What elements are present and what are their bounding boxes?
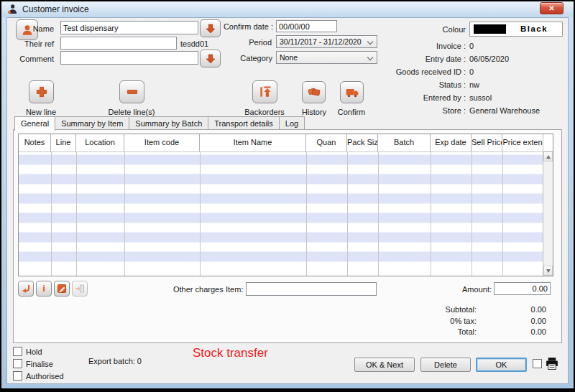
column-header-quan[interactable]: Quan [306, 134, 347, 151]
entered-by-label: Entered by : [351, 93, 466, 102]
authorised-label: Authorised [26, 372, 64, 381]
their-ref-label: Their ref [14, 39, 54, 48]
amount-label: Amount: [448, 285, 492, 294]
tab-summary-by-item[interactable]: Summary by Item [55, 116, 129, 130]
comment-label: Comment [14, 55, 54, 63]
new-line-button[interactable] [29, 80, 54, 103]
minus-icon [125, 85, 139, 99]
stock-transfer-label: Stock transfer [193, 346, 268, 360]
down-arrow-icon [205, 53, 216, 65]
confirm-date-input[interactable] [276, 20, 337, 32]
column-separator [378, 152, 379, 276]
history-label: History [300, 108, 328, 116]
backorders-label: Backorders [242, 108, 288, 116]
subtotal-value: 0.00 [503, 305, 546, 314]
amount-input[interactable] [494, 282, 551, 295]
category-label: Category [216, 54, 272, 62]
scroll-down-button[interactable] [543, 266, 553, 276]
hold-checkbox[interactable] [13, 347, 22, 356]
table-body-empty-rows[interactable] [19, 151, 543, 276]
authorised-checkbox[interactable] [13, 371, 22, 381]
period-label: Period [216, 38, 272, 47]
backorder-arrow-icon [258, 85, 272, 99]
total-value: 0.00 [503, 327, 546, 336]
new-line-label: New line [19, 108, 63, 116]
delete-lines-button[interactable] [119, 80, 144, 103]
store-value: General Warehouse [469, 106, 540, 115]
entry-date-label: Entry date : [351, 55, 466, 63]
export-batch-label: Export batch: 0 [88, 357, 142, 365]
goods-received-id-label: Goods received ID : [351, 67, 466, 76]
column-separator [502, 152, 503, 276]
column-separator [51, 152, 52, 276]
arrow-down-icon [546, 269, 551, 273]
delete-button[interactable]: Delete [420, 358, 471, 372]
tab-transport-details[interactable]: Transport details [208, 116, 280, 130]
edit-pen-icon [57, 284, 67, 294]
arrow-up-icon [546, 155, 551, 159]
title-bar[interactable]: Customer invoice [1, 1, 574, 17]
entry-date-value: 06/05/2020 [469, 55, 509, 63]
ok-button[interactable]: OK [476, 358, 527, 372]
column-header-exp-date[interactable]: Exp date [431, 134, 472, 151]
column-header-sell-price[interactable]: Sell Price [472, 134, 502, 151]
invoice-value: 0 [469, 42, 474, 50]
other-charges-label: Other charges [173, 285, 224, 294]
window-title: Customer invoice [22, 4, 89, 14]
print-button[interactable] [544, 356, 560, 371]
close-button[interactable]: ✕ [540, 2, 564, 14]
entered-by-value: sussol [469, 93, 492, 102]
column-header-line[interactable]: Line [51, 134, 76, 151]
column-separator [472, 152, 472, 276]
column-header-item-name[interactable]: Item Name [200, 134, 306, 151]
their-ref-input[interactable] [60, 37, 177, 50]
subtotal-label: Subtotal: [405, 305, 477, 314]
comment-input[interactable] [60, 51, 198, 65]
box-arrow-in-icon [75, 284, 85, 294]
finalise-checkbox[interactable] [13, 359, 22, 368]
column-header-batch[interactable]: Batch [378, 134, 431, 151]
backorders-button[interactable] [252, 80, 277, 103]
column-header-notes[interactable]: Notes [19, 134, 51, 151]
tab-summary-by-batch[interactable]: Summary by Batch [129, 116, 208, 130]
scroll-up-button[interactable] [543, 151, 553, 162]
column-header-pack-size[interactable]: Pack Size [347, 134, 378, 151]
ok-and-next-button[interactable]: OK & Next [354, 358, 415, 372]
close-icon: ✕ [548, 4, 554, 12]
edit-note-button[interactable] [54, 281, 70, 297]
their-ref-suffix: tesdd01 [180, 39, 208, 48]
colour-dropdown[interactable]: Black [469, 22, 563, 37]
category-value: None [280, 53, 298, 62]
truck-icon [345, 85, 359, 100]
confirm-button[interactable] [340, 81, 364, 103]
plus-icon [34, 85, 49, 99]
status-value: nw [469, 80, 479, 89]
info-icon: i [42, 283, 45, 294]
transfer-arrow-icon [21, 284, 31, 294]
column-separator [306, 152, 307, 276]
charge-item-input[interactable] [246, 282, 377, 296]
price-adjust-button[interactable] [18, 281, 34, 297]
print-checkbox[interactable] [533, 359, 542, 368]
customer-invoice-window: Customer invoice ✕ Name Their ref tesdd0… [0, 0, 575, 392]
invoice-lines-table: Notes Line Location Item code Item Name … [18, 134, 553, 276]
column-header-item-code[interactable]: Item code [124, 134, 200, 151]
tab-log[interactable]: Log [280, 116, 305, 130]
import-lines-button[interactable] [72, 281, 88, 297]
tab-general[interactable]: General [14, 116, 55, 131]
finalise-label: Finalise [26, 360, 53, 368]
history-button[interactable] [302, 81, 326, 103]
table-scrollbar[interactable] [543, 134, 553, 276]
tab-bar: General Summary by Item Summary by Batch… [14, 116, 305, 130]
invoice-label: Invoice : [351, 42, 466, 50]
charge-item-label: Item: [226, 285, 243, 294]
customer-invoice-icon [6, 4, 18, 15]
total-label: Total: [405, 327, 477, 336]
name-input[interactable] [60, 21, 198, 34]
hold-label: Hold [26, 347, 42, 356]
column-header-location[interactable]: Location [76, 134, 124, 151]
column-header-price-exten[interactable]: Price exten [502, 134, 543, 151]
column-separator [124, 152, 125, 276]
line-info-button[interactable]: i [36, 281, 52, 297]
scrollbar-header-gap [543, 134, 553, 151]
